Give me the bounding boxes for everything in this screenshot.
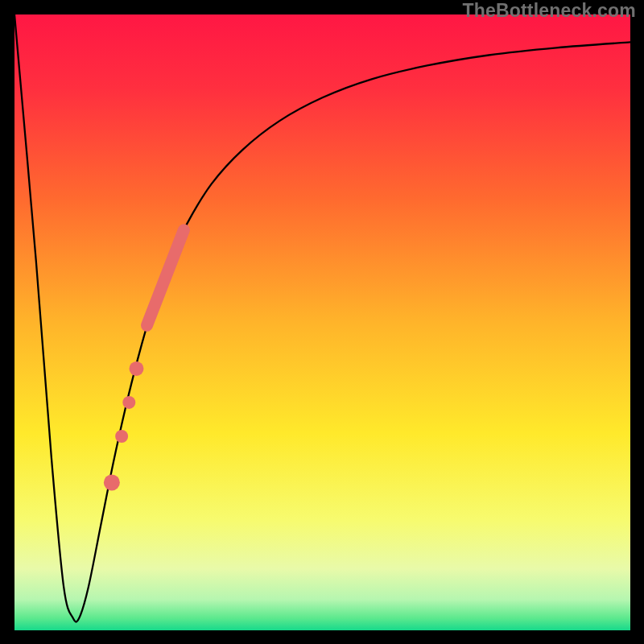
chart-frame: TheBottleneck.com [0, 0, 644, 644]
background-gradient [14, 14, 630, 630]
watermark-text: TheBottleneck.com [462, 0, 636, 22]
plot-area [14, 14, 630, 630]
